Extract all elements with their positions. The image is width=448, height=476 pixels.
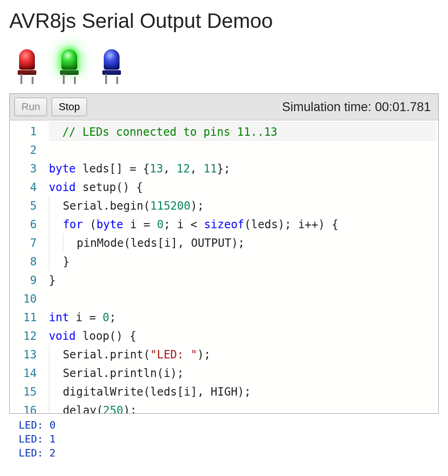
- code-line[interactable]: for (byte i = 0; i < sizeof(leds); i++) …: [49, 215, 436, 234]
- simulation-time-label: Simulation time:: [282, 100, 375, 114]
- line-number: 13: [15, 345, 37, 364]
- editor: Run Stop Simulation time: 00:01.781 1234…: [9, 93, 439, 414]
- toolbar: Run Stop Simulation time: 00:01.781: [10, 94, 438, 120]
- led-bulb-icon: [61, 49, 77, 70]
- code-content[interactable]: // LEDs connected to pins 11..13 byte le…: [46, 120, 438, 413]
- led-green: [56, 49, 82, 84]
- run-button[interactable]: Run: [14, 98, 47, 116]
- code-line[interactable]: digitalWrite(leds[i], HIGH);: [49, 383, 436, 401]
- line-number: 3: [15, 159, 37, 178]
- code-editor[interactable]: 12345678910111213141516 // LEDs connecte…: [10, 120, 438, 413]
- code-line[interactable]: }: [49, 252, 436, 271]
- leds-row: [9, 46, 439, 93]
- line-number: 9: [15, 271, 37, 290]
- led-bulb-icon: [104, 49, 120, 70]
- led-legs-icon: [60, 74, 79, 84]
- code-line[interactable]: [49, 141, 436, 159]
- code-line[interactable]: [49, 290, 436, 308]
- code-line[interactable]: Serial.print("LED: ");: [49, 345, 436, 364]
- line-number: 6: [15, 215, 37, 234]
- led-bulb-icon: [19, 49, 35, 70]
- line-number: 7: [15, 234, 37, 252]
- serial-output: LED: 0LED: 1LED: 2: [9, 414, 439, 460]
- line-number: 10: [15, 290, 37, 308]
- led-legs-icon: [18, 74, 36, 84]
- code-line[interactable]: void setup() {: [49, 178, 436, 197]
- serial-line: LED: 2: [19, 446, 436, 460]
- code-line[interactable]: Serial.begin(115200);: [49, 197, 436, 215]
- code-line[interactable]: pinMode(leds[i], OUTPUT);: [49, 234, 436, 252]
- code-line[interactable]: byte leds[] = {13, 12, 11};: [49, 159, 436, 178]
- serial-line: LED: 1: [19, 432, 436, 446]
- led-red: [14, 49, 40, 84]
- line-number: 15: [15, 383, 37, 401]
- simulation-time: Simulation time: 00:01.781: [282, 100, 434, 114]
- line-number-gutter: 12345678910111213141516: [10, 120, 46, 413]
- code-line[interactable]: // LEDs connected to pins 11..13: [49, 122, 436, 141]
- led-blue: [99, 49, 124, 84]
- simulation-time-value: 00:01.781: [375, 100, 431, 114]
- code-line[interactable]: int i = 0;: [49, 308, 436, 327]
- line-number: 16: [15, 401, 37, 413]
- code-line[interactable]: }: [49, 271, 436, 290]
- line-number: 2: [15, 141, 37, 159]
- page-title: AVR8js Serial Output Demoo: [9, 9, 439, 33]
- code-line[interactable]: void loop() {: [49, 327, 436, 345]
- stop-button[interactable]: Stop: [52, 98, 87, 116]
- line-number: 12: [15, 327, 37, 345]
- serial-line: LED: 0: [19, 418, 436, 432]
- line-number: 14: [15, 364, 37, 383]
- code-line[interactable]: delay(250);: [49, 401, 436, 413]
- led-legs-icon: [102, 74, 121, 84]
- line-number: 5: [15, 197, 37, 215]
- code-line[interactable]: Serial.println(i);: [49, 364, 436, 383]
- line-number: 4: [15, 178, 37, 197]
- line-number: 1: [15, 122, 37, 141]
- line-number: 8: [15, 252, 37, 271]
- line-number: 11: [15, 308, 37, 327]
